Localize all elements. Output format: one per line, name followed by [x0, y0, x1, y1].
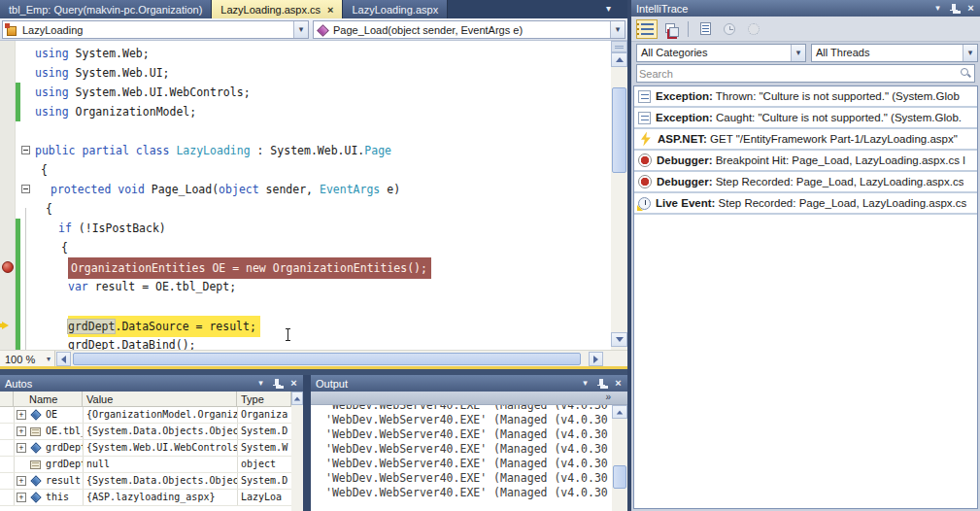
code-line[interactable]: public partial class LazyLoading : Syste… [0, 141, 611, 160]
dropdown-button[interactable]: ▾ [963, 45, 977, 61]
search-input[interactable] [639, 66, 950, 81]
intellitrace-event-row[interactable]: Live Event: Step Recorded: Page_Load, La… [634, 193, 977, 215]
scrollbar-thumb[interactable] [73, 353, 581, 365]
calls-view-button[interactable] [660, 19, 682, 39]
code-line[interactable]: using System.Web; [0, 44, 611, 63]
pin-button[interactable] [271, 377, 284, 390]
intellitrace-title-bar[interactable]: IntelliTrace ▾ × [631, 0, 980, 17]
events-list-icon [641, 23, 654, 35]
editor-vertical-scrollbar[interactable] [611, 41, 627, 350]
code-line[interactable]: using System.Web.UI; [0, 63, 611, 83]
autos-row[interactable]: +OE{OrganizationModel.OrganizaOrganiza [0, 407, 291, 424]
code-line[interactable]: if (!IsPostBack) [0, 219, 611, 238]
expand-icon[interactable]: + [17, 410, 26, 420]
triangle-up-icon [616, 57, 624, 62]
code-line[interactable] [0, 296, 611, 316]
code-line[interactable]: OrganizationEntities OE = new Organizati… [0, 257, 611, 277]
output-title-bar[interactable]: Output ▾ × [311, 375, 627, 392]
pin-button[interactable] [595, 377, 608, 390]
expand-icon[interactable]: + [17, 493, 26, 502]
code-line[interactable]: grdDept.DataSource = result; [0, 316, 611, 335]
intellitrace-events[interactable]: Exception: Thrown: "Culture is not suppo… [633, 85, 978, 509]
intellitrace-event-row[interactable]: Debugger: Step Recorded: Page_Load, Lazy… [634, 172, 977, 193]
scroll-up-button[interactable] [611, 52, 627, 67]
search-icon[interactable] [961, 68, 968, 76]
zoom-dropdown[interactable]: 100 % ▾ [0, 351, 55, 367]
autos-type-cell: System.D [241, 424, 291, 440]
window-menu-button[interactable]: ▾ [579, 377, 591, 390]
output-line: 'WebDev.WebServer40.EXE' (Managed (v4.0.… [325, 486, 612, 500]
expand-icon[interactable]: + [17, 443, 26, 453]
toolbar-overflow-button[interactable]: » [605, 392, 610, 402]
code-line[interactable]: protected void Page_Load(object sender, … [0, 180, 611, 199]
code-line[interactable]: using System.Web.UI.WebControls; [0, 83, 611, 102]
autos-vertical-scrollbar[interactable] [291, 392, 303, 511]
autos-value-cell: {OrganizationModel.Organiza [86, 407, 237, 424]
dropdown-button[interactable]: ▾ [293, 21, 308, 38]
column-header-name[interactable]: Name [14, 392, 83, 407]
editor-horizontal-scrollbar[interactable]: 100 % ▾ [0, 350, 627, 366]
expand-icon[interactable]: + [17, 476, 26, 486]
class-dropdown[interactable]: LazyLoading ▾ [2, 20, 309, 39]
scroll-left-button[interactable] [56, 352, 71, 366]
scrollbar-thumb[interactable] [613, 465, 626, 489]
tab-lazyloading-aspx[interactable]: LazyLoading.aspx [343, 0, 448, 18]
settings-button[interactable] [694, 19, 716, 39]
autos-row[interactable]: +this{ASP.lazyloading_aspx}LazyLoa [0, 490, 291, 506]
intellitrace-event-row[interactable]: Debugger: Breakpoint Hit: Page_Load, Laz… [634, 151, 977, 172]
method-dropdown-value: Page_Load(object sender, EventArgs e) [330, 24, 610, 36]
panel-splitter[interactable] [303, 375, 311, 511]
window-menu-button[interactable]: ▾ [931, 2, 944, 15]
code-text [0, 296, 611, 316]
output-log[interactable]: 'WebDev.WebServer40.EXE' (Managed (v4.0.… [311, 405, 612, 511]
code-line[interactable]: { [0, 199, 611, 219]
pin-button[interactable] [948, 2, 961, 15]
search-box[interactable] [636, 64, 975, 83]
code-editor[interactable]: using System.Web;using System.Web.UI;usi… [0, 41, 627, 350]
autos-title-bar[interactable]: Autos ▾ × [0, 375, 303, 392]
chevron-down-icon[interactable]: ▾ [606, 3, 611, 14]
window-menu-button[interactable]: ▾ [254, 377, 267, 390]
autos-variable-grid[interactable]: +OE{OrganizationModel.OrganizaOrganiza+O… [0, 407, 291, 506]
output-toolbar: » [311, 392, 627, 405]
autos-row[interactable]: grdDeptnullobject [0, 457, 291, 473]
code-line[interactable]: var result = OE.tbl_Dept; [0, 277, 611, 296]
code-line[interactable]: { [0, 160, 611, 180]
code-line[interactable] [0, 121, 611, 141]
close-icon[interactable]: × [327, 5, 333, 15]
code-line[interactable]: using OrganizationModel; [0, 102, 611, 121]
expand-icon[interactable]: + [17, 426, 26, 436]
intellitrace-event-row[interactable]: ASP.NET: GET "/EntityFramework Part-1/La… [634, 129, 977, 151]
scroll-up-button[interactable] [291, 392, 303, 405]
output-vertical-scrollbar[interactable] [612, 405, 627, 511]
threads-filter-dropdown[interactable]: All Threads ▾ [811, 44, 978, 62]
autos-row[interactable]: +grdDept{System.Web.UI.WebControlsSystem… [0, 440, 291, 457]
dropdown-button[interactable]: ▾ [791, 45, 805, 61]
intellitrace-event-row[interactable]: Exception: Thrown: "Culture is not suppo… [634, 86, 977, 108]
column-header-type[interactable]: Type [237, 392, 291, 407]
code-lines[interactable]: using System.Web;using System.Web.UI;usi… [0, 44, 611, 350]
output-line: 'WebDev.WebServer40.EXE' (Managed (v4.0.… [325, 457, 612, 471]
close-button[interactable]: × [612, 377, 625, 390]
events-view-button[interactable] [636, 19, 658, 39]
toolbar-separator [688, 21, 689, 37]
autos-row[interactable]: +OE.tbl_De{System.Data.Objects.ObjectSSy… [0, 424, 291, 440]
column-header-value[interactable]: Value [83, 392, 237, 407]
split-window-handle[interactable] [611, 41, 627, 52]
dropdown-button[interactable]: ▾ [610, 21, 625, 38]
scrollbar-thumb[interactable] [612, 87, 626, 173]
triangle-down-icon [616, 337, 624, 342]
scroll-right-button[interactable] [589, 352, 603, 366]
scroll-down-button[interactable] [611, 332, 627, 347]
intellitrace-event-row[interactable]: Exception: Caught: "Culture is not suppo… [634, 108, 977, 129]
close-button[interactable]: × [287, 377, 300, 390]
close-button[interactable]: × [964, 2, 977, 15]
tab-tbl-emp-query[interactable]: tbl_Emp: Query(makvin-pc.Organization) [0, 0, 212, 18]
method-dropdown[interactable]: Page_Load(object sender, EventArgs e) ▾ [313, 20, 625, 39]
autos-row[interactable]: +result{System.Data.Objects.ObjectSSyste… [0, 473, 291, 490]
code-line[interactable]: { [0, 238, 611, 257]
scroll-up-button[interactable] [612, 405, 627, 419]
categories-filter-dropdown[interactable]: All Categories ▾ [636, 44, 806, 62]
tab-lazyloading-aspx-cs[interactable]: LazyLoading.aspx.cs × [212, 0, 343, 18]
code-line[interactable]: grdDept.DataBind(); [0, 335, 611, 350]
